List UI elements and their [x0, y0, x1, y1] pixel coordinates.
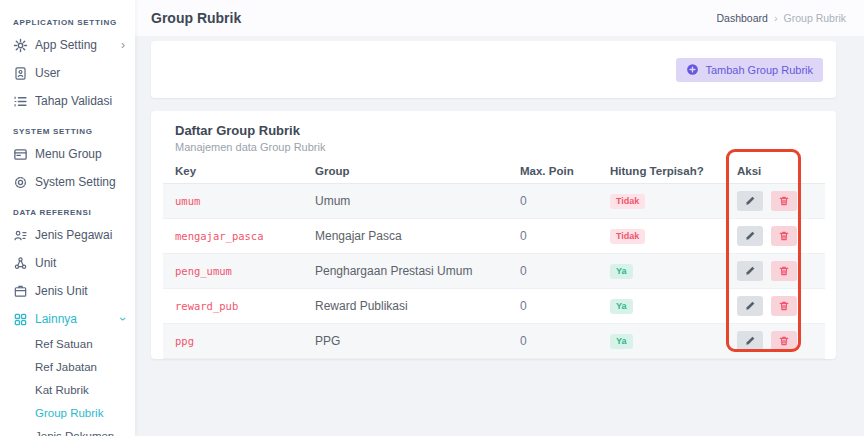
sidebar-item-label: Lainnya: [35, 312, 77, 326]
column-header-hitung-terpisah: Hitung Terpisah?: [598, 159, 725, 184]
edit-button[interactable]: [737, 296, 763, 316]
plus-circle-icon: [686, 63, 699, 76]
row-group: PPG: [303, 324, 508, 359]
tambah-button-label: Tambah Group Rubrik: [705, 64, 813, 76]
sidebar-item-group-rubrik[interactable]: Group Rubrik: [0, 402, 135, 425]
gear-icon: [13, 38, 28, 53]
sidebar-item-ref-jabatan[interactable]: Ref Jabatan: [0, 356, 135, 379]
sidebar-item-jenis-unit[interactable]: Jenis Unit: [0, 277, 135, 305]
delete-button[interactable]: [771, 331, 797, 351]
sidebar-item-label: User: [35, 66, 60, 80]
pencil-icon: [744, 230, 756, 242]
edit-button[interactable]: [737, 191, 763, 211]
row-group: Reward Publikasi: [303, 289, 508, 324]
sidebar-section-application-setting: APPLICATION SETTING: [0, 6, 135, 31]
hitung-terpisah-badge: Ya: [610, 264, 633, 279]
edit-button[interactable]: [737, 226, 763, 246]
sidebar-item-kat-rubrik[interactable]: Kat Rubrik: [0, 379, 135, 402]
breadcrumb-current: Group Rubrik: [784, 12, 846, 24]
sidebar: APPLICATION SETTING App Setting › User T…: [0, 0, 135, 436]
sidebar-item-label: Jenis Pegawai: [35, 228, 112, 242]
list-icon: [13, 94, 28, 109]
grid-icon: [13, 312, 28, 327]
sidebar-item-system-setting[interactable]: System Setting: [0, 168, 135, 196]
group-rubrik-table: Key Group Max. Poin Hitung Terpisah? Aks…: [163, 159, 825, 359]
row-group: Mengajar Pasca: [303, 219, 508, 254]
delete-button[interactable]: [771, 296, 797, 316]
row-group: Umum: [303, 184, 508, 219]
row-group: Penghargaan Prestasi Umum: [303, 254, 508, 289]
chevron-right-icon: ›: [774, 12, 778, 24]
app-window: APPLICATION SETTING App Setting › User T…: [0, 0, 864, 436]
edit-button[interactable]: [737, 261, 763, 281]
cog-icon: [13, 175, 28, 190]
user-card-icon: [13, 66, 28, 81]
sidebar-item-label: System Setting: [35, 175, 116, 189]
table-row: mengajar_pasca Mengajar Pasca 0 Tidak: [163, 219, 825, 254]
trash-icon: [778, 230, 790, 242]
row-key: reward_pub: [175, 300, 238, 312]
toolbar-card: Tambah Group Rubrik: [151, 41, 836, 98]
edit-button[interactable]: [737, 331, 763, 351]
network-icon: [13, 256, 28, 271]
pencil-icon: [744, 300, 756, 312]
sidebar-section-data-referensi: DATA REFERENSI: [0, 196, 135, 221]
column-header-max-poin: Max. Poin: [508, 159, 598, 184]
trash-icon: [778, 195, 790, 207]
row-key: mengajar_pasca: [175, 230, 264, 242]
delete-button[interactable]: [771, 261, 797, 281]
sidebar-item-tahap-validasi[interactable]: Tahap Validasi: [0, 87, 135, 115]
hitung-terpisah-badge: Tidak: [610, 229, 645, 244]
table-card-title: Daftar Group Rubrik: [175, 123, 812, 138]
table-header-row: Key Group Max. Poin Hitung Terpisah? Aks…: [163, 159, 825, 184]
box-icon: [13, 284, 28, 299]
table-card-subtitle: Manajemen data Group Rubrik: [175, 141, 812, 153]
pencil-icon: [744, 195, 756, 207]
sidebar-item-label: Tahap Validasi: [35, 94, 112, 108]
pencil-icon: [744, 265, 756, 277]
row-key: peng_umum: [175, 265, 232, 277]
sidebar-section-system-setting: SYSTEM SETTING: [0, 115, 135, 140]
table-row: umum Umum 0 Tidak: [163, 184, 825, 219]
row-key: umum: [175, 195, 200, 207]
table-row: ppg PPG 0 Ya: [163, 324, 825, 359]
sidebar-item-jenis-dokumen[interactable]: Jenis Dokumen: [0, 425, 135, 436]
hitung-terpisah-badge: Ya: [610, 299, 633, 314]
trash-icon: [778, 300, 790, 312]
sidebar-item-ref-satuan[interactable]: Ref Satuan: [0, 333, 135, 356]
topbar: Group Rubrik Dashboard › Group Rubrik: [135, 0, 864, 36]
row-max-poin: 0: [508, 324, 598, 359]
sidebar-item-user[interactable]: User: [0, 59, 135, 87]
sidebar-item-lainnya[interactable]: Lainnya ›: [0, 305, 135, 333]
row-key: ppg: [175, 335, 194, 347]
pencil-icon: [744, 335, 756, 347]
column-header-group: Group: [303, 159, 508, 184]
page-title: Group Rubrik: [151, 10, 241, 26]
column-header-aksi: Aksi: [725, 159, 825, 184]
tambah-group-rubrik-button[interactable]: Tambah Group Rubrik: [676, 58, 823, 82]
column-header-key: Key: [163, 159, 303, 184]
breadcrumb-dashboard-link[interactable]: Dashboard: [717, 12, 768, 24]
row-max-poin: 0: [508, 289, 598, 324]
menu-group-icon: [13, 147, 28, 162]
delete-button[interactable]: [771, 226, 797, 246]
delete-button[interactable]: [771, 191, 797, 211]
content-area: Tambah Group Rubrik Daftar Group Rubrik …: [135, 36, 864, 436]
trash-icon: [778, 265, 790, 277]
sidebar-item-jenis-pegawai[interactable]: Jenis Pegawai: [0, 221, 135, 249]
row-max-poin: 0: [508, 254, 598, 289]
chevron-right-icon: ›: [121, 39, 125, 51]
hitung-terpisah-badge: Tidak: [610, 194, 645, 209]
sidebar-item-label: Unit: [35, 256, 56, 270]
users-icon: [13, 228, 28, 243]
hitung-terpisah-badge: Ya: [610, 334, 633, 349]
main-area: Group Rubrik Dashboard › Group Rubrik Ta…: [135, 0, 864, 436]
sidebar-item-label: App Setting: [35, 38, 97, 52]
row-max-poin: 0: [508, 219, 598, 254]
sidebar-item-app-setting[interactable]: App Setting ›: [0, 31, 135, 59]
table-row: peng_umum Penghargaan Prestasi Umum 0 Ya: [163, 254, 825, 289]
sidebar-item-menu-group[interactable]: Menu Group: [0, 140, 135, 168]
sidebar-item-label: Menu Group: [35, 147, 102, 161]
row-max-poin: 0: [508, 184, 598, 219]
sidebar-item-unit[interactable]: Unit: [0, 249, 135, 277]
